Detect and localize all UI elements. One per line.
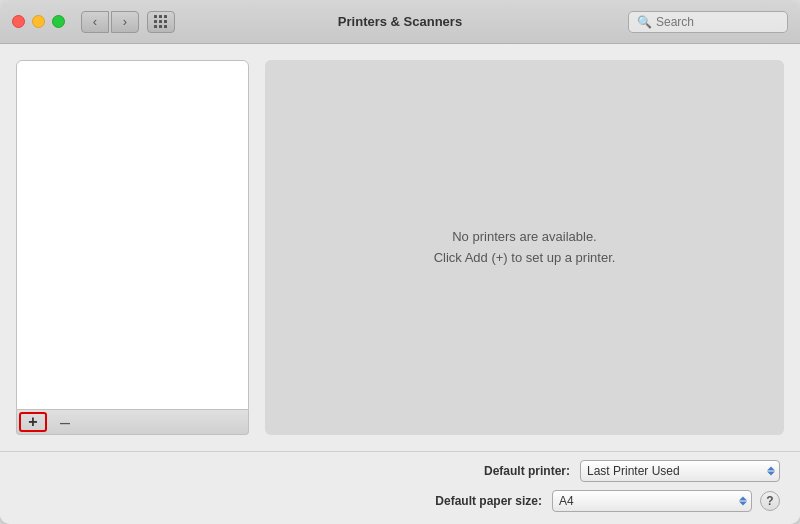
search-bar[interactable]: 🔍 <box>628 11 788 33</box>
back-button[interactable]: ‹ <box>81 11 109 33</box>
search-icon: 🔍 <box>637 15 652 29</box>
default-printer-row: Default printer: Last Printer Used <box>20 460 780 482</box>
grid-view-button[interactable] <box>147 11 175 33</box>
paper-row-right: A4 ? <box>552 490 780 512</box>
search-input[interactable] <box>656 15 779 29</box>
main-window: ‹ › Printers & Scanners 🔍 + – <box>0 0 800 524</box>
grid-icon <box>154 15 168 29</box>
default-paper-select-wrapper: A4 <box>552 490 752 512</box>
traffic-lights <box>12 15 65 28</box>
no-printers-line2: Click Add (+) to set up a printer. <box>434 248 616 269</box>
nav-buttons: ‹ › <box>81 11 139 33</box>
default-paper-label: Default paper size: <box>435 494 542 508</box>
minimize-button[interactable] <box>32 15 45 28</box>
printer-area: No printers are available. Click Add (+)… <box>265 60 784 435</box>
add-printer-button[interactable]: + <box>19 412 47 432</box>
help-button[interactable]: ? <box>760 491 780 511</box>
right-panel: No printers are available. Click Add (+)… <box>265 44 800 451</box>
default-printer-select-wrapper: Last Printer Used <box>580 460 780 482</box>
bottom-bar: Default printer: Last Printer Used Defau… <box>0 451 800 524</box>
main-content: + – No printers are available. Click Add… <box>0 44 800 451</box>
list-controls: + – <box>16 410 249 435</box>
forward-button[interactable]: › <box>111 11 139 33</box>
window-title: Printers & Scanners <box>338 14 462 29</box>
titlebar: ‹ › Printers & Scanners 🔍 <box>0 0 800 44</box>
maximize-button[interactable] <box>52 15 65 28</box>
left-panel: + – <box>0 44 265 451</box>
no-printers-line1: No printers are available. <box>434 227 616 248</box>
no-printers-message: No printers are available. Click Add (+)… <box>434 227 616 269</box>
close-button[interactable] <box>12 15 25 28</box>
default-printer-select[interactable]: Last Printer Used <box>580 460 780 482</box>
default-printer-label: Default printer: <box>484 464 570 478</box>
default-paper-row: Default paper size: A4 ? <box>20 490 780 512</box>
printer-list[interactable] <box>16 60 249 410</box>
remove-printer-button[interactable]: – <box>49 410 81 434</box>
default-paper-select[interactable]: A4 <box>552 490 752 512</box>
